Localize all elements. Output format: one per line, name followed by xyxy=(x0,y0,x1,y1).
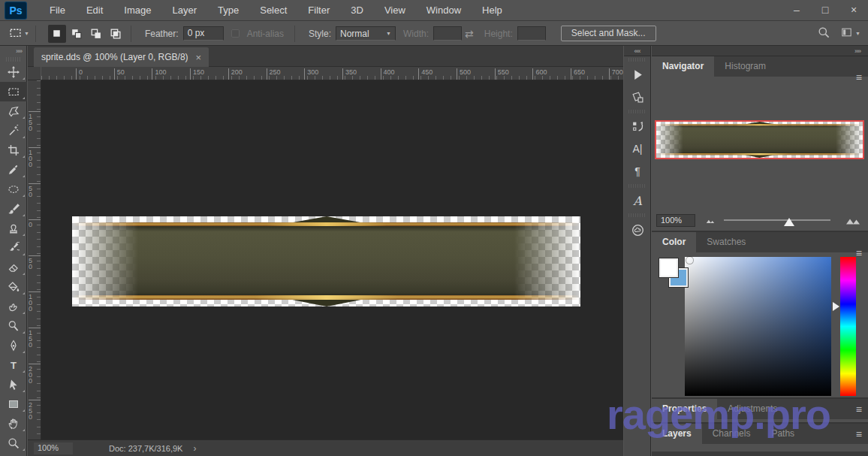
color-field-marker[interactable] xyxy=(686,257,693,264)
tool-type[interactable]: T xyxy=(0,355,27,375)
glyphs-panel-icon[interactable]: A xyxy=(624,189,651,212)
tool-eraser[interactable] xyxy=(0,258,27,277)
zoom-out-icon[interactable] xyxy=(706,217,716,224)
tool-rectangular-marquee[interactable] xyxy=(0,82,27,101)
new-selection-button[interactable] xyxy=(48,25,66,43)
tool-pen[interactable] xyxy=(0,336,27,355)
tool-path-selection[interactable] xyxy=(0,375,27,394)
foreground-color-swatch[interactable] xyxy=(659,258,679,278)
tool-brush[interactable] xyxy=(0,199,27,219)
tool-history-brush[interactable] xyxy=(0,238,27,258)
navigator-zoom-slider[interactable] xyxy=(724,213,830,227)
menu-file[interactable]: File xyxy=(39,0,76,21)
dock-grip[interactable] xyxy=(628,213,646,217)
menu-image[interactable]: Image xyxy=(113,0,161,21)
tab-navigator[interactable]: Navigator xyxy=(652,56,714,77)
panel-menu-icon[interactable]: ≡ xyxy=(856,403,862,415)
tool-move[interactable] xyxy=(0,62,27,82)
vertical-ruler[interactable]: 15010050050100150200250 xyxy=(28,80,41,439)
subtract-from-selection-button[interactable] xyxy=(87,25,105,43)
menu-view[interactable]: View xyxy=(374,0,416,21)
tool-zoom[interactable] xyxy=(0,433,27,453)
tab-channels[interactable]: Channels xyxy=(702,424,761,444)
menu-select[interactable]: Select xyxy=(249,0,297,21)
tool-quick-selection[interactable] xyxy=(0,121,27,140)
saturation-brightness-field[interactable] xyxy=(685,257,831,396)
menu-type[interactable]: Type xyxy=(207,0,249,21)
zoom-in-icon[interactable] xyxy=(845,216,862,225)
navigator-body: 100% xyxy=(652,77,868,232)
antialias-checkbox[interactable] xyxy=(231,29,240,38)
collapse-panels-icon[interactable]: »» xyxy=(652,46,868,56)
tool-clone-stamp[interactable] xyxy=(0,219,27,238)
dock-grip[interactable] xyxy=(628,58,646,62)
tool-eyedropper[interactable] xyxy=(0,160,27,180)
horizontal-ruler[interactable]: 0501001502002503003504004505005506006507… xyxy=(41,67,623,80)
workspace-switcher[interactable]: ▼ xyxy=(840,27,860,40)
select-and-mask-button[interactable]: Select and Mask... xyxy=(561,26,656,41)
width-input[interactable] xyxy=(433,26,462,41)
tab-properties[interactable]: Properties xyxy=(652,399,717,419)
dock-icon-list: A|¶A xyxy=(624,58,650,241)
swap-width-height-icon[interactable]: ⇄ xyxy=(465,28,474,40)
collapse-toolbar-icon[interactable]: »» xyxy=(0,46,26,56)
add-to-selection-button[interactable] xyxy=(68,25,86,43)
intersect-selection-button[interactable] xyxy=(107,25,125,43)
actions-panel-icon[interactable] xyxy=(624,63,651,86)
navigator-panel: NavigatorHistogram ≡ 100% xyxy=(652,56,868,232)
navigator-preview[interactable] xyxy=(655,120,864,159)
sprite-image[interactable] xyxy=(72,216,580,307)
dock-grip[interactable] xyxy=(628,184,646,188)
slider-thumb[interactable] xyxy=(784,218,794,226)
hue-slider-pointer-icon[interactable] xyxy=(833,302,839,311)
hue-slider[interactable] xyxy=(840,257,856,396)
menu-edit[interactable]: Edit xyxy=(76,0,113,21)
height-input[interactable] xyxy=(517,26,546,41)
tab-color[interactable]: Color xyxy=(652,232,696,252)
style-value: Normal xyxy=(340,29,386,39)
tool-paint-bucket[interactable] xyxy=(0,277,27,297)
expand-dock-icon[interactable]: «« xyxy=(624,46,650,56)
panel-menu-icon[interactable]: ≡ xyxy=(856,428,862,440)
ruler-origin-corner[interactable] xyxy=(28,67,41,80)
character-panel-icon[interactable]: A| xyxy=(624,137,651,160)
search-icon[interactable] xyxy=(818,26,830,41)
clone-source-panel-icon[interactable] xyxy=(624,86,651,108)
tool-hand[interactable] xyxy=(0,414,27,433)
ruler-tick-250: 250 xyxy=(267,68,281,80)
tool-lasso[interactable] xyxy=(0,101,27,121)
tab-layers[interactable]: Layers xyxy=(652,424,702,444)
active-tool-preset[interactable]: ▼ xyxy=(9,26,29,41)
minimize-icon[interactable]: – xyxy=(782,0,811,21)
tab-paths[interactable]: Paths xyxy=(761,424,805,444)
maximize-icon[interactable]: □ xyxy=(811,0,839,21)
menu-window[interactable]: Window xyxy=(416,0,472,21)
menu-filter[interactable]: Filter xyxy=(297,0,340,21)
character-styles-panel-icon[interactable] xyxy=(624,115,651,137)
tab-adjustments[interactable]: Adjustments xyxy=(717,399,788,419)
toolbar-grip[interactable] xyxy=(6,57,20,62)
tab-swatches[interactable]: Swatches xyxy=(696,232,756,252)
paragraph-panel-icon[interactable]: ¶ xyxy=(624,160,651,183)
libraries-panel-icon[interactable] xyxy=(624,219,651,241)
status-chevron-icon[interactable]: › xyxy=(193,443,196,454)
canvas[interactable]: 15010050050100150200250 xyxy=(28,80,623,439)
close-tab-icon[interactable]: × xyxy=(196,52,202,63)
close-icon[interactable]: × xyxy=(839,0,868,21)
menu-3d[interactable]: 3D xyxy=(340,0,374,21)
tool-smudge[interactable] xyxy=(0,297,27,316)
style-select[interactable]: Normal ▼ xyxy=(336,26,396,41)
menu-help[interactable]: Help xyxy=(472,0,513,21)
tab-histogram[interactable]: Histogram xyxy=(714,56,776,77)
feather-input[interactable]: 0 px xyxy=(183,26,224,41)
document-tab[interactable]: sprite.dds @ 100% (Layer 0, RGB/8) × xyxy=(34,47,209,67)
dock-grip[interactable] xyxy=(628,110,646,113)
tool-crop[interactable] xyxy=(0,140,27,160)
properties-tab-row: PropertiesAdjustments xyxy=(652,399,868,419)
tool-dodge[interactable] xyxy=(0,316,27,336)
menu-layer[interactable]: Layer xyxy=(162,0,208,21)
status-zoom-level[interactable]: 100% xyxy=(34,442,73,454)
tool-spot-healing[interactable] xyxy=(0,180,27,199)
navigator-zoom-value[interactable]: 100% xyxy=(656,214,695,227)
tool-rectangle-shape[interactable] xyxy=(0,394,27,414)
